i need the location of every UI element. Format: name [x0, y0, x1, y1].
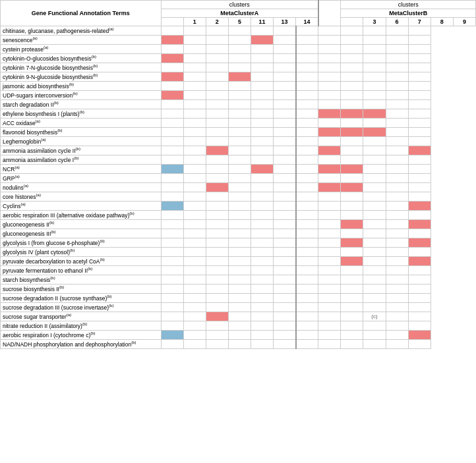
cell-b-3	[386, 26, 408, 36]
col-b-3: 3	[363, 18, 386, 26]
table-row: senescence(a)	[1, 36, 476, 45]
cell-b-3	[386, 128, 408, 137]
cell-a-4	[251, 82, 273, 91]
gene-label-cell: core histones(a)	[1, 192, 162, 202]
table-row: nodulins(a)	[1, 183, 476, 192]
cell-a-4	[251, 211, 273, 220]
cell-a-5	[274, 257, 296, 266]
cell-a-3	[228, 229, 251, 238]
cell-b-4	[408, 248, 431, 257]
cell-b-3	[386, 119, 408, 128]
cell-b-1	[341, 238, 363, 248]
gene-label-cell: ACC oxidase(a)	[1, 119, 162, 128]
cell-a-4	[251, 229, 273, 238]
cell-a-0	[161, 275, 183, 285]
cell-b-3	[386, 192, 408, 202]
cell-b-4	[408, 100, 431, 109]
cell-a-5	[274, 183, 296, 192]
cell-b-2	[363, 54, 386, 63]
cell-b-2	[363, 45, 386, 54]
gene-label-cell: pyruvate decarboxylation to acetyl CoA(b…	[1, 257, 162, 266]
table-row: starch biosynthesis(b)	[1, 275, 476, 285]
cell-b-2	[363, 137, 386, 146]
cell-a-2	[206, 229, 228, 238]
cell-a-3	[228, 54, 251, 63]
cell-a-2	[206, 36, 228, 45]
cell-a-2	[206, 303, 228, 312]
gene-label-cell: starch degradation II(b)	[1, 100, 162, 109]
cell-a-2	[206, 285, 228, 294]
cell-b-2	[363, 155, 386, 165]
cell-a-0	[161, 192, 183, 202]
table-row: aerobic respiration I (cytochrome c)(b)	[1, 331, 476, 340]
cell-a-2	[206, 165, 228, 174]
cell-a-3	[228, 303, 251, 312]
col-b-7: 7	[408, 18, 431, 26]
cell-b-4	[408, 82, 431, 91]
cell-a-3	[228, 238, 251, 248]
cell-b-2	[363, 165, 386, 174]
cell-a-3	[228, 285, 251, 294]
cell-a-4	[251, 146, 273, 155]
cell-a-4	[251, 257, 273, 266]
table-row: NCR(a)	[1, 165, 476, 174]
cell-a-3	[228, 91, 251, 100]
cell-a-0	[161, 211, 183, 220]
cell-a-3	[228, 72, 251, 82]
gene-term-header: Gene Functional Annotation Terms	[1, 1, 162, 26]
cell-b-0	[318, 312, 341, 321]
cell-a-0	[161, 54, 183, 63]
table-row: chitinase, glucanase, pathogenesis-relat…	[1, 26, 476, 36]
cell-a-0	[161, 312, 183, 321]
cell-b-0	[318, 303, 341, 312]
cell-b-3	[386, 331, 408, 340]
cell-b-4	[408, 229, 431, 238]
cell-a-3	[228, 183, 251, 192]
cell-b-0	[318, 91, 341, 100]
cell-a-4	[251, 72, 273, 82]
cell-b-0	[318, 331, 341, 340]
cell-a-1	[183, 294, 206, 303]
cell-a-0	[161, 45, 183, 54]
cell-b-1	[341, 202, 363, 211]
cell-b-3	[386, 146, 408, 155]
col-a-5: 5	[228, 18, 251, 26]
cell-a-3	[228, 45, 251, 54]
cell-a-1	[183, 257, 206, 266]
cell-a-4	[251, 331, 273, 340]
cell-b-1	[341, 285, 363, 294]
cell-b-2	[363, 321, 386, 331]
cell-a-4	[251, 285, 273, 294]
cell-b-3	[386, 266, 408, 275]
cell-a-5	[274, 109, 296, 119]
col-b-9: 9	[453, 18, 475, 26]
cell-b-1	[341, 303, 363, 312]
cell-a-2	[206, 257, 228, 266]
cell-b-4	[408, 165, 431, 174]
cell-b-0	[318, 257, 341, 266]
col-a-1: 1	[183, 18, 206, 26]
gene-label-cell: Cyclins(a)	[1, 202, 162, 211]
table-row: cystein protease(a)	[1, 45, 476, 54]
cell-a-2	[206, 109, 228, 119]
cell-b-1	[341, 340, 363, 349]
cell-a-4	[251, 36, 273, 45]
cell-b-2	[363, 109, 386, 119]
gene-label-cell: cytokinin 7-N-glucoside biosynthesis(b)	[1, 63, 162, 72]
cell-a-1	[183, 202, 206, 211]
cell-a-4	[251, 63, 273, 72]
cell-a-2	[206, 155, 228, 165]
cell-b-3	[386, 312, 408, 321]
gene-label-cell: sucrose degradation III (sucrose inverta…	[1, 303, 162, 312]
cell-b-3	[386, 72, 408, 82]
cell-b-4	[408, 331, 431, 340]
cell-a-4	[251, 155, 273, 165]
gene-label-cell: glycolysis IV (plant cytosol)(b)	[1, 248, 162, 257]
cell-a-2	[206, 331, 228, 340]
cell-b-1	[341, 72, 363, 82]
cell-b-3	[386, 238, 408, 248]
cell-a-4	[251, 248, 273, 257]
cell-a-0	[161, 91, 183, 100]
meta-cluster-b-header: MetaClusterB	[341, 9, 476, 18]
cell-a-2	[206, 183, 228, 192]
